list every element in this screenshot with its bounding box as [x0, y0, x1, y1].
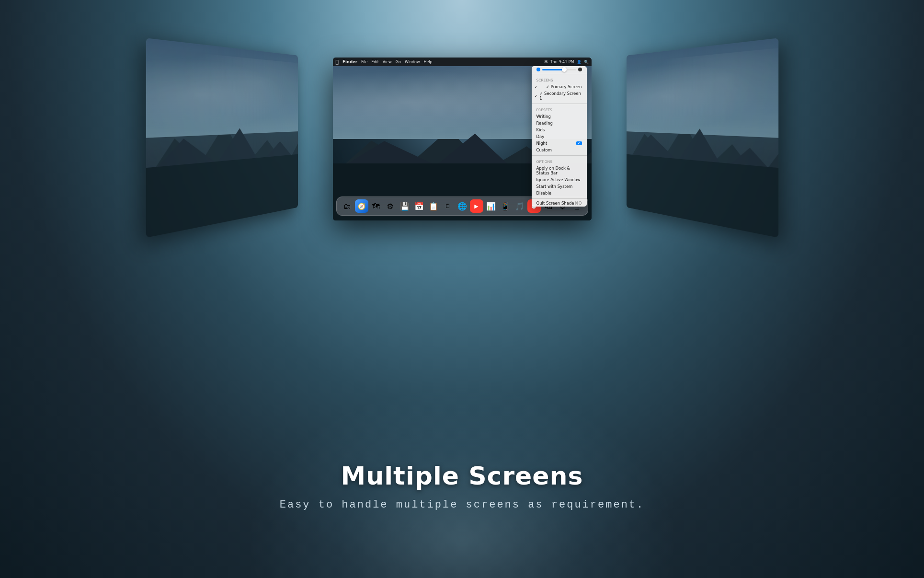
dock-icon-itunes[interactable]: 🎵	[513, 199, 526, 213]
subtitle: Easy to handle multiple screens as requi…	[247, 499, 678, 511]
dock-icon-9[interactable]: ▶	[470, 199, 483, 213]
dock-icon-6[interactable]: 📋	[427, 199, 440, 213]
custom-item[interactable]: Custom	[532, 147, 587, 153]
file-menu[interactable]: File	[361, 60, 367, 64]
secondary-screen-item[interactable]: ✓ Secondary Screen 1	[532, 90, 587, 102]
primary-screen-item[interactable]: ✓ Primary Screen	[532, 83, 587, 90]
slider-end-dot	[578, 68, 582, 71]
window-menu[interactable]: Window	[405, 60, 420, 64]
right-screen	[627, 38, 778, 238]
dock-icon-safari[interactable]: 🧭	[355, 199, 368, 213]
day-item[interactable]: Day	[532, 133, 587, 140]
dock-icon-3[interactable]: ⚙️	[384, 199, 397, 213]
main-title: Multiple Screens	[247, 462, 678, 490]
dock-icon-8[interactable]: 🌐	[456, 199, 469, 213]
user-icon: 👤	[577, 60, 582, 64]
kids-item[interactable]: Kids	[532, 127, 587, 133]
screens-section-label: SCREENS	[532, 77, 587, 83]
dropdown-menu: SCREENS ✓ Primary Screen ✓ Secondary Scr…	[532, 66, 587, 207]
presets-section-label: PRESETS	[532, 107, 587, 113]
go-menu[interactable]: Go	[396, 60, 401, 64]
dock-icon-maps[interactable]: 🗺	[369, 199, 383, 213]
disable-item[interactable]: Disable	[532, 190, 587, 197]
edit-menu[interactable]: Edit	[371, 60, 379, 64]
slider-thumb[interactable]	[562, 67, 567, 72]
ignore-window-item[interactable]: Ignore Active Window	[532, 176, 587, 183]
separator-2	[532, 104, 587, 104]
time-display: Thu 9:41 PM	[550, 60, 574, 64]
quit-shortcut: ⌘Q	[574, 201, 582, 206]
dock-icon-11[interactable]: 📱	[499, 199, 512, 213]
separator-4	[532, 198, 587, 199]
options-section: OPTIONS Apply on Dock & Status Bar Ignor…	[532, 157, 587, 197]
dock-icon-7[interactable]: 🗒	[441, 199, 455, 213]
options-section-label: OPTIONS	[532, 159, 587, 165]
slider-track[interactable]	[542, 69, 576, 70]
dock-icon-10[interactable]: 📊	[484, 199, 498, 213]
writing-item[interactable]: Writing	[532, 113, 587, 120]
view-menu[interactable]: View	[383, 60, 392, 64]
menubar:  Finder File Edit View Go Window Help ⌘…	[333, 58, 592, 66]
center-screen:  Finder File Edit View Go Window Help ⌘…	[333, 58, 592, 220]
screens-section: SCREENS ✓ Primary Screen ✓ Secondary Scr…	[532, 75, 587, 103]
separator-1	[532, 74, 587, 74]
dock-icon-calendar[interactable]: 📅	[412, 199, 426, 213]
dock-icon-4[interactable]: 💾	[398, 199, 411, 213]
quit-item[interactable]: Quit Screen Shade ⌘Q	[532, 200, 587, 207]
dock-icon-finder[interactable]: 🗂	[341, 199, 354, 213]
slider-fill	[542, 69, 563, 70]
left-screen	[146, 38, 297, 238]
search-menubar-icon[interactable]: 🔍	[584, 60, 589, 64]
presets-section: PRESETS Writing Reading Kids Day Night ✓	[532, 105, 587, 154]
slider-dot	[536, 68, 540, 71]
separator-3	[532, 155, 587, 156]
apple-menu[interactable]: 	[336, 59, 339, 65]
brightness-slider-row[interactable]	[532, 66, 587, 73]
text-section: Multiple Screens Easy to handle multiple…	[247, 462, 678, 511]
help-menu[interactable]: Help	[423, 60, 432, 64]
night-item[interactable]: Night ✓	[532, 140, 587, 147]
apply-dock-item[interactable]: Apply on Dock & Status Bar	[532, 165, 587, 176]
finder-menu[interactable]: Finder	[342, 59, 357, 64]
reading-item[interactable]: Reading	[532, 120, 587, 127]
wifi-icon: ⌘	[544, 60, 548, 64]
start-system-item[interactable]: Start with System	[532, 183, 587, 190]
